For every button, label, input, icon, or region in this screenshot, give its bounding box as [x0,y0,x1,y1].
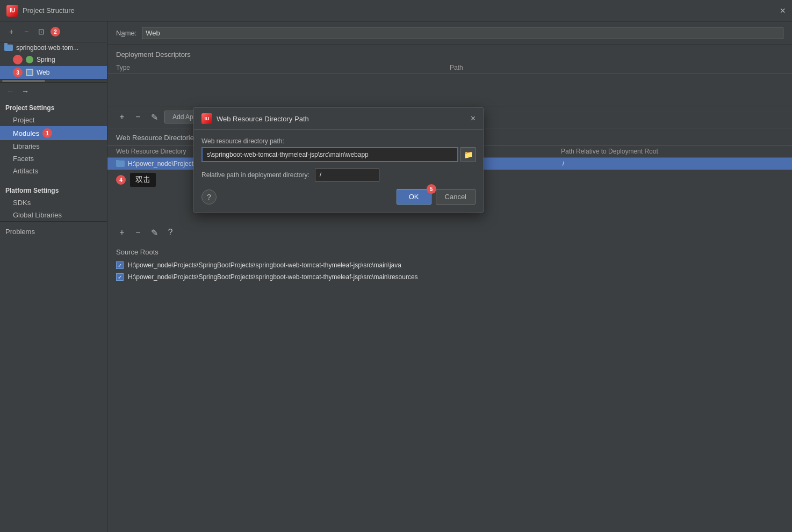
modal-web-resource-directory-path: IU Web Resource Directory Path × Web res… [193,107,484,213]
sidebar-scrollbar[interactable] [0,79,107,82]
main-layout: ← → Project Settings Project Modules 1 L… [0,21,792,532]
sidebar-toolbar: + − ⊡ 2 [0,21,107,42]
intellij-logo: IU [6,5,18,17]
platform-settings-label: Platform Settings [0,183,107,196]
modules-badge: 1 [42,128,52,138]
modal-path-row: 📁 [201,147,476,162]
remove-module-button[interactable]: − [20,26,32,38]
add-module-button[interactable]: + [5,26,17,38]
project-settings-label: Project Settings [0,100,107,114]
modal-browse-button[interactable]: 📁 [460,147,476,162]
sidebar: ← → Project Settings Project Modules 1 L… [0,21,107,532]
modal-title-left: IU Web Resource Directory Path [201,113,309,124]
tree-item-web[interactable]: 3 Web [0,66,107,79]
sidebar-scrollbar-thumb[interactable] [2,80,45,82]
step3-badge-fake [13,55,23,64]
modal-rel-input[interactable] [315,169,379,181]
sidebar-item-project[interactable]: Project [0,114,107,126]
title-bar-left: IU Project Structure [6,5,75,17]
step5-badge: 5 [427,184,436,194]
step3-badge: 3 [13,68,23,77]
folder-icon [4,45,13,51]
back-button[interactable]: ← [4,86,16,97]
modal-overlay: IU Web Resource Directory Path × Web res… [107,21,792,532]
modal-rel-row: Relative path in deployment directory: [201,169,476,181]
spring-icon [26,56,33,63]
modal-path-label: Web resource directory path: [201,137,476,145]
sidebar-bottom: Problems [0,221,107,242]
sidebar-item-facets[interactable]: Facets [0,152,107,165]
modal-title-bar: IU Web Resource Directory Path × [194,108,483,130]
module-tree: + − ⊡ 2 springboot-web-tom... Spring 3 W… [0,21,107,83]
forward-button[interactable]: → [19,86,31,97]
modal-path-input[interactable] [201,147,458,162]
window-title: Project Structure [23,6,75,14]
content-area: Name: Deployment Descriptors Type Path +… [107,21,792,532]
web-icon [26,69,33,76]
sidebar-item-libraries[interactable]: Libraries [0,140,107,152]
modal-buttons: ? OK 5 Cancel [201,189,476,205]
title-bar: IU Project Structure × [0,0,792,21]
modal-path-field: Web resource directory path: 📁 [201,137,476,162]
sidebar-item-artifacts[interactable]: Artifacts [0,165,107,177]
modal-title: Web Resource Directory Path [217,115,309,123]
modal-ok-button[interactable]: OK 5 [397,189,431,205]
sidebar-item-sdks[interactable]: SDKs [0,196,107,209]
close-button[interactable]: × [780,6,786,16]
step2-badge: 2 [51,27,60,37]
modal-help-button[interactable]: ? [201,190,217,205]
modal-cancel-button[interactable]: Cancel [436,189,476,205]
tree-item-springboot[interactable]: springboot-web-tom... [0,42,107,53]
nav-back-row: ← → [0,83,107,100]
tree-item-spring[interactable]: Spring [0,53,107,66]
modal-rel-label: Relative path in deployment directory: [201,171,309,179]
sidebar-item-problems[interactable]: Problems [0,225,107,238]
modal-logo-icon: IU [201,113,212,124]
tree-item-spring-label: Spring [37,56,55,63]
sidebar-item-modules[interactable]: Modules 1 [0,126,107,140]
modal-body: Web resource directory path: 📁 Relative … [194,130,483,212]
copy-module-button[interactable]: ⊡ [35,26,47,38]
sidebar-item-global-libraries[interactable]: Global Libraries [0,209,107,221]
tree-item-web-label: Web [37,69,49,76]
tree-item-label: springboot-web-tom... [16,44,78,52]
modal-close-button[interactable]: × [471,114,476,123]
